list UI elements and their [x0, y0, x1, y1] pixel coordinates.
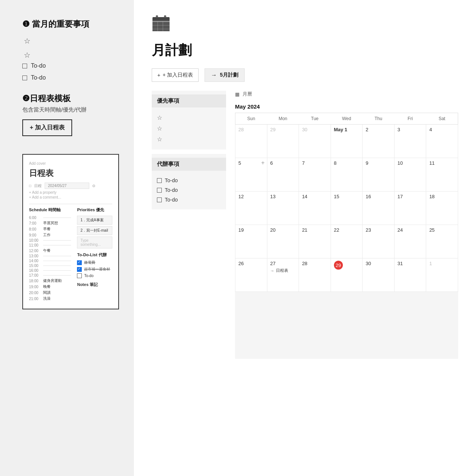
- time-900: 9:00 工作: [29, 232, 71, 238]
- preview-cb-1[interactable]: [77, 260, 82, 265]
- add-schedule-button[interactable]: + 加入日程表: [22, 119, 72, 136]
- preview-todo-3: To-do: [77, 273, 112, 278]
- cal-month-label: May 2024: [235, 103, 458, 110]
- cal-cell-may22[interactable]: 22: [331, 225, 363, 258]
- todo-list-section1: To-do To-do: [22, 62, 119, 81]
- weekday-sun: Sun: [235, 113, 267, 125]
- prop-date-value: 2024/05/27: [45, 183, 89, 189]
- cal-cell-may24[interactable]: 24: [394, 225, 426, 258]
- time-column: Schedule 時間軸 6:00 7:00 早晨冥想 8:00 早餐 9:00…: [29, 207, 71, 302]
- cal-cell-may27[interactable]: 27 → 日程表: [267, 258, 299, 292]
- cal-cell-may5[interactable]: 5 +: [235, 158, 267, 192]
- cal-cell-may6[interactable]: 6: [267, 158, 299, 192]
- cal-cell-may15[interactable]: 15: [331, 192, 363, 225]
- priority-heading: 優先事項: [152, 94, 226, 107]
- cal-cell-may1[interactable]: May 1: [331, 125, 363, 158]
- cal-cell-may20[interactable]: 20: [267, 225, 299, 258]
- add-property-text: + Add a property: [29, 190, 112, 194]
- calendar-header: ▦ 月曆: [235, 91, 458, 97]
- cal-cell-apr29[interactable]: 29: [267, 125, 299, 158]
- section1: ❶ 當月的重要事項 ☆ ☆ To-do To-do: [22, 19, 119, 81]
- cal-cell-may23[interactable]: 23: [363, 225, 395, 258]
- cal-cell-may16[interactable]: 16: [363, 192, 395, 225]
- cal-cell-may4[interactable]: 4: [426, 125, 458, 158]
- cal-cell-may13[interactable]: 13: [267, 192, 299, 225]
- calendar-bottom-area: [235, 292, 458, 359]
- cal-row-2: 5 + 6 7 8 9 10 11: [235, 158, 458, 192]
- priority-2: 2．寫一封E-mail: [77, 226, 112, 235]
- cal-cell-may8[interactable]: 8: [331, 158, 363, 192]
- add-cover-text: Add cover: [29, 161, 112, 165]
- divider-1: [29, 204, 112, 204]
- preview-todo-text-2: 超市補一週食材: [84, 267, 110, 272]
- right-cb-2[interactable]: [157, 188, 162, 193]
- preview-todo-2: 超市補一週食材: [77, 267, 112, 272]
- priority-1: 1．完成A事案: [77, 216, 112, 225]
- cal-cell-may28[interactable]: 28: [299, 258, 331, 292]
- star-list: ☆ ☆: [24, 36, 119, 60]
- cal-cell-apr30[interactable]: 30: [299, 125, 331, 158]
- two-col-layout: Schedule 時間軸 6:00 7:00 早晨冥想 8:00 早餐 9:00…: [29, 207, 112, 302]
- main-content: 優先事項 ☆ ☆ ☆ 代辦事項 To-do To-do: [152, 91, 458, 465]
- calendar-weekday-row: Sun Mon Tue Wed Thu Fri Sat: [235, 113, 458, 125]
- time-800: 8:00 早餐: [29, 226, 71, 232]
- preview-cb-2[interactable]: [77, 267, 82, 272]
- cal-cell-apr28[interactable]: 28: [235, 125, 267, 158]
- todo-items-list: To-do To-do To-do: [157, 174, 221, 206]
- mini-cal-icon: ▦: [235, 91, 239, 97]
- cal-cell-may12[interactable]: 12: [235, 192, 267, 225]
- right-todo-label-2: To-do: [165, 187, 178, 193]
- weekday-mon: Mon: [267, 113, 299, 125]
- cal-cell-jun1[interactable]: 1: [426, 258, 458, 292]
- checkbox-2[interactable]: [22, 75, 27, 80]
- time-col-header: Schedule 時間軸: [29, 207, 71, 213]
- priority-star-list: ☆ ☆ ☆: [157, 111, 221, 146]
- todo-label-2: To-do: [31, 74, 46, 81]
- cal-cell-may21[interactable]: 21: [299, 225, 331, 258]
- priority-star-1: ☆: [157, 114, 221, 121]
- plus-button-may5[interactable]: +: [261, 160, 264, 166]
- cal-cell-may2[interactable]: 2: [363, 125, 395, 158]
- section1-title: ❶ 當月的重要事項: [22, 19, 119, 30]
- cal-cell-may31[interactable]: 31: [394, 258, 426, 292]
- plan-button[interactable]: → 5月計劃: [205, 68, 245, 82]
- priority-column: Priorities 優先 1．完成A事案 2．寫一封E-mail Type s…: [77, 207, 112, 302]
- calendar-icon: [152, 15, 458, 35]
- right-cb-3[interactable]: [157, 197, 162, 202]
- svg-point-8: [156, 15, 158, 17]
- right-cb-1[interactable]: [157, 178, 162, 183]
- cal-cell-may9[interactable]: 9: [363, 158, 395, 192]
- section2: ❷日程表模板 包含當天時間軸/優先/代辦 + 加入日程表: [22, 93, 119, 136]
- cal-cell-may19[interactable]: 19: [235, 225, 267, 258]
- cal-cell-may30[interactable]: 30: [363, 258, 395, 292]
- cal-cell-may17[interactable]: 17: [394, 192, 426, 225]
- plan-btn-label: 5月計劃: [220, 72, 238, 78]
- cal-cell-may18[interactable]: 18: [426, 192, 458, 225]
- time-2100: 21:00 洗澡: [29, 296, 71, 301]
- priority-col-header: Priorities 優先: [77, 207, 112, 213]
- cal-row-3: 12 13 14 15 16 17 18: [235, 192, 458, 225]
- todo-item-1: To-do: [22, 62, 119, 69]
- cal-cell-may14[interactable]: 14: [299, 192, 331, 225]
- cal-row-5: 26 27 → 日程表 28 29 30 3: [235, 258, 458, 292]
- right-todo-2: To-do: [157, 187, 221, 193]
- weekday-tue: Tue: [299, 113, 331, 125]
- arrow-icon: →: [211, 72, 217, 78]
- add-schedule-button-right[interactable]: + + 加入日程表: [152, 68, 199, 82]
- time-1700: 17:00: [29, 273, 71, 277]
- todo-label-1: To-do: [31, 62, 46, 69]
- cal-cell-may26[interactable]: 26: [235, 258, 267, 292]
- cal-cell-may11[interactable]: 11: [426, 158, 458, 192]
- cal-cell-may25[interactable]: 25: [426, 225, 458, 258]
- page-title: 月計劃: [152, 41, 458, 60]
- cal-cell-may29-today[interactable]: 29: [331, 258, 363, 292]
- cal-cell-may7[interactable]: 7: [299, 158, 331, 192]
- right-todo-1: To-do: [157, 177, 221, 183]
- cal-cell-may10[interactable]: 10: [394, 158, 426, 192]
- time-1100: 11:00: [29, 243, 71, 247]
- cal-row-1: 28 29 30 May 1 2 3 4: [235, 125, 458, 158]
- preview-cb-3[interactable]: [77, 273, 82, 278]
- weekday-sat: Sat: [426, 113, 458, 125]
- checkbox-1[interactable]: [22, 64, 27, 68]
- cal-cell-may3[interactable]: 3: [394, 125, 426, 158]
